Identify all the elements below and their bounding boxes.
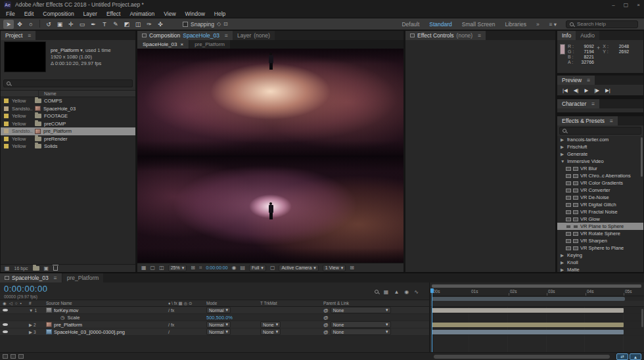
channels-icon[interactable]: ▤ (241, 265, 246, 271)
parent-select[interactable]: None ▾ (331, 328, 391, 335)
workspace-standard[interactable]: Standard (429, 21, 452, 28)
blend-mode-select[interactable]: Normal ▾ (206, 321, 231, 328)
layer-row-spacehole-png[interactable]: ▶ 3 SpaceHole_03_[0000-0300].png / Norma… (0, 328, 429, 336)
layer-number-header[interactable]: # (29, 301, 46, 305)
menu-help[interactable]: Help (210, 11, 230, 17)
project-row-preplatform[interactable]: Sandsto.. pre_Platform (1, 127, 135, 135)
view-layout-select[interactable]: 1 View ▾ (323, 265, 346, 271)
help-search-field[interactable]: Search Help (566, 20, 638, 28)
tab-info[interactable]: Info (557, 31, 576, 40)
previous-frame-button[interactable]: ◀| (574, 87, 579, 93)
effect-item[interactable]: VR Rotate Sphere (557, 230, 643, 237)
project-row-comps[interactable]: Yellow COMPS (1, 97, 135, 105)
effects-group[interactable]: ▶francois-tarlier.com (557, 136, 643, 143)
brush-tool[interactable]: ✎ (110, 20, 121, 29)
eye-icon[interactable] (3, 309, 8, 311)
menu-window[interactable]: Window (181, 11, 210, 17)
roto-brush-tool[interactable]: ✑ (144, 20, 154, 29)
mask-visibility-icon[interactable]: ◫ (159, 265, 164, 271)
delete-icon[interactable] (53, 266, 58, 271)
duration-bar-preplatform[interactable] (432, 323, 624, 327)
effect-item[interactable]: VR Digital Glitch (557, 201, 643, 208)
panel-menu-icon[interactable]: ≡ (591, 101, 595, 107)
main-view-icon[interactable]: ▢ (150, 265, 156, 271)
menu-layer[interactable]: Layer (79, 11, 102, 17)
twirl-icon[interactable]: ▶ (561, 260, 565, 265)
workspace-small-screen[interactable]: Small Screen (462, 21, 495, 28)
tab-layer[interactable]: Layer (none) (233, 31, 275, 40)
view-tab-preplatform[interactable]: pre_Platform (189, 40, 230, 49)
panel-menu-icon[interactable]: ≡ (478, 32, 481, 39)
graph-editor-icon[interactable]: ∿ (414, 289, 419, 295)
blend-mode-select[interactable]: Normal ▾ (206, 307, 231, 313)
workspace-libraries[interactable]: Libraries (505, 21, 526, 28)
expand-in-out-icon[interactable] (3, 354, 8, 359)
effects-group[interactable]: ▶Knoll (557, 259, 643, 266)
effect-item[interactable]: VR Color Gradients (557, 179, 643, 187)
tab-composition[interactable]: Composition SpaceHole_03 ≡ (137, 31, 233, 40)
pickwhip-icon[interactable]: @ (323, 322, 329, 328)
current-time-indicator[interactable] (432, 288, 432, 352)
menu-edit[interactable]: Edit (20, 11, 39, 17)
clone-stamp-tool[interactable]: ◩ (122, 20, 132, 29)
new-composition-icon[interactable]: ▣ (44, 265, 49, 271)
label-color-chip[interactable] (4, 129, 9, 133)
effect-item[interactable]: VR De-Noise (557, 194, 643, 201)
menu-composition[interactable]: Composition (38, 11, 78, 17)
name-column-header[interactable]: Name (39, 91, 57, 96)
pickwhip-icon[interactable]: @ (323, 315, 329, 321)
timeline-graph-area[interactable]: 00s 01s 02s 03s 04s 05s (430, 282, 644, 352)
viewport-canvas[interactable] (137, 49, 403, 263)
effect-item[interactable]: VR Sharpen (557, 237, 643, 244)
twirl-icon[interactable]: ▶ (561, 253, 565, 258)
zoom-select[interactable]: 25% ▾ (168, 265, 187, 271)
menu-file[interactable]: File (1, 11, 20, 17)
last-frame-button[interactable]: ▶| (605, 87, 610, 93)
layer-row-preplatform[interactable]: ▶ 2 pre_Platform / fx Normal ▾ None ▾ @ … (0, 321, 429, 328)
effects-group[interactable]: ▶Frischluft (557, 143, 643, 150)
project-row-footage[interactable]: Yellow FOOTAGE (1, 112, 135, 120)
region-of-interest-icon[interactable]: ▢ (270, 265, 275, 271)
tab-character[interactable]: Character ≡ (557, 99, 599, 108)
selection-tool[interactable]: ➤ (3, 20, 14, 29)
trkmat-select[interactable]: None ▾ (260, 321, 281, 328)
effects-search-field[interactable] (559, 127, 641, 135)
label-color-chip[interactable] (4, 99, 9, 103)
current-time[interactable]: 0:00:00:00 (206, 265, 227, 270)
effect-item[interactable]: VR Sphere to Plane (557, 244, 643, 252)
layer-switches[interactable]: / fx (168, 308, 206, 313)
twirl-icon[interactable]: ▶ (29, 330, 32, 334)
eye-icon[interactable] (3, 323, 8, 326)
twirl-icon[interactable]: ▶ (561, 267, 565, 273)
play-button[interactable]: ▶ (584, 87, 588, 93)
effects-scrollbar[interactable] (641, 137, 643, 177)
motion-blur-icon[interactable]: ◉ (404, 289, 409, 295)
interpret-footage-icon[interactable]: ▦ (5, 265, 10, 271)
effect-item-selected[interactable]: VR Plane to Sphere (557, 223, 643, 230)
close-icon[interactable]: × (180, 41, 183, 47)
twirl-icon[interactable]: ▶ (29, 323, 32, 327)
menu-animation[interactable]: Animation (125, 11, 159, 17)
twirl-icon[interactable]: ▶ (561, 152, 565, 157)
twirl-icon[interactable]: ▼ (29, 308, 33, 313)
expand-transfer-controls-icon[interactable] (18, 354, 24, 359)
rulers-icon[interactable]: ⌗ (199, 265, 202, 271)
timeline-horizontal-scrollbar[interactable] (434, 355, 610, 359)
mode-header[interactable]: Mode (206, 301, 260, 305)
puppet-pin-tool[interactable]: ✜ (155, 20, 166, 29)
hand-tool[interactable]: ✥ (14, 20, 25, 29)
eraser-tool[interactable]: ◫ (133, 20, 143, 29)
pan-behind-tool[interactable]: ✛ (66, 20, 76, 29)
effect-item[interactable]: VR Converter (557, 187, 643, 194)
snap-to-guides-icon[interactable]: ⊡ (223, 21, 228, 27)
time-ruler[interactable]: 00s 01s 02s 03s 04s 05s (430, 288, 644, 296)
effects-group[interactable]: ▶Keying (557, 252, 643, 259)
workspace-menu-icon[interactable]: ≡ ▾ (549, 21, 557, 28)
project-row-precomp[interactable]: Yellow preCOMP (1, 120, 135, 128)
choose-grid-icon[interactable]: ⊞ (191, 265, 195, 271)
tab-audio[interactable]: Audio (576, 31, 599, 40)
panel-menu-icon[interactable]: ≡ (225, 32, 228, 39)
minimize-button[interactable]: – (612, 2, 614, 8)
snapshot-icon[interactable]: ◉ (232, 265, 237, 271)
stopwatch-icon[interactable]: ◷ (60, 315, 65, 321)
